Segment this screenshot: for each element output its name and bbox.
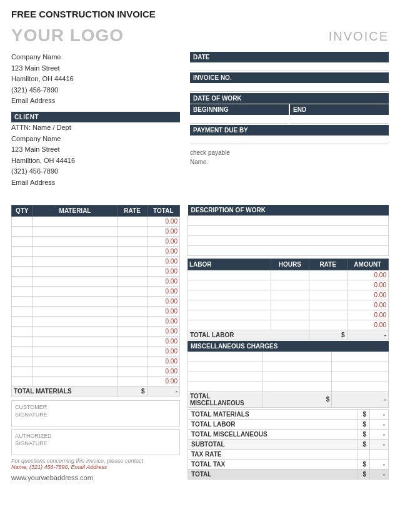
labor-amount[interactable]: 0.00 — [347, 290, 388, 300]
mat-rate[interactable] — [118, 376, 147, 386]
misc-amount[interactable] — [332, 362, 389, 372]
labor-hours[interactable] — [271, 300, 309, 310]
mat-material[interactable] — [32, 346, 118, 356]
mat-rate[interactable] — [118, 336, 147, 346]
table-row[interactable]: 0.00 — [188, 270, 389, 280]
mat-qty[interactable] — [12, 276, 32, 286]
end-value[interactable] — [290, 115, 389, 124]
mat-total[interactable]: 0.00 — [147, 326, 179, 336]
mat-material[interactable] — [32, 366, 118, 376]
desc-row[interactable] — [188, 225, 389, 235]
mat-rate[interactable] — [118, 346, 147, 356]
beginning-value[interactable] — [190, 115, 289, 124]
mat-qty[interactable] — [12, 306, 32, 316]
mat-material[interactable] — [32, 306, 118, 316]
desc-row[interactable] — [188, 245, 389, 255]
labor-rate[interactable] — [309, 310, 347, 320]
mat-total[interactable]: 0.00 — [147, 296, 179, 306]
mat-rate[interactable] — [118, 326, 147, 336]
misc-col2[interactable] — [263, 362, 332, 372]
mat-material[interactable] — [32, 356, 118, 366]
mat-qty[interactable] — [12, 226, 32, 236]
misc-desc[interactable] — [188, 352, 263, 362]
mat-rate[interactable] — [118, 266, 147, 276]
mat-qty[interactable] — [12, 296, 32, 306]
mat-rate[interactable] — [118, 216, 147, 226]
misc-amount[interactable] — [332, 372, 389, 382]
table-row[interactable] — [188, 352, 389, 362]
mat-qty[interactable] — [12, 216, 32, 226]
table-row[interactable] — [188, 382, 389, 392]
table-row[interactable]: 0.00 — [12, 296, 180, 306]
labor-amount[interactable]: 0.00 — [347, 320, 388, 330]
mat-material[interactable] — [32, 266, 118, 276]
mat-qty[interactable] — [12, 256, 32, 266]
payment-due-value[interactable] — [190, 135, 389, 144]
labor-rate[interactable] — [309, 320, 347, 330]
labor-rate[interactable] — [309, 270, 347, 280]
mat-material[interactable] — [32, 236, 118, 246]
table-row[interactable] — [188, 225, 389, 235]
mat-rate[interactable] — [118, 366, 147, 376]
mat-material[interactable] — [32, 256, 118, 266]
table-row[interactable]: 0.00 — [12, 216, 180, 226]
misc-col2[interactable] — [263, 372, 332, 382]
table-row[interactable]: 0.00 — [188, 310, 389, 320]
mat-rate[interactable] — [118, 226, 147, 236]
mat-qty[interactable] — [12, 286, 32, 296]
mat-qty[interactable] — [12, 326, 32, 336]
mat-material[interactable] — [32, 246, 118, 256]
mat-material[interactable] — [32, 296, 118, 306]
mat-qty[interactable] — [12, 366, 32, 376]
mat-total[interactable]: 0.00 — [147, 346, 179, 356]
labor-name[interactable] — [188, 310, 271, 320]
table-row[interactable]: 0.00 — [188, 320, 389, 330]
mat-rate[interactable] — [118, 246, 147, 256]
labor-hours[interactable] — [271, 280, 309, 290]
table-row[interactable]: 0.00 — [12, 336, 180, 346]
labor-name[interactable] — [188, 280, 271, 290]
labor-name[interactable] — [188, 320, 271, 330]
mat-total[interactable]: 0.00 — [147, 336, 179, 346]
table-row[interactable]: 0.00 — [188, 290, 389, 300]
mat-material[interactable] — [32, 336, 118, 346]
mat-material[interactable] — [32, 316, 118, 326]
labor-name[interactable] — [188, 270, 271, 280]
labor-amount[interactable]: 0.00 — [347, 270, 388, 280]
mat-total[interactable]: 0.00 — [147, 256, 179, 266]
misc-col2[interactable] — [263, 382, 332, 392]
mat-rate[interactable] — [118, 296, 147, 306]
table-row[interactable]: 0.00 — [12, 376, 180, 386]
table-row[interactable]: 0.00 — [12, 276, 180, 286]
mat-rate[interactable] — [118, 286, 147, 296]
labor-amount[interactable]: 0.00 — [347, 310, 388, 320]
mat-material[interactable] — [32, 276, 118, 286]
mat-rate[interactable] — [118, 356, 147, 366]
mat-qty[interactable] — [12, 346, 32, 356]
misc-amount[interactable] — [332, 382, 389, 392]
mat-material[interactable] — [32, 286, 118, 296]
mat-qty[interactable] — [12, 376, 32, 386]
table-row[interactable]: 0.00 — [12, 306, 180, 316]
table-row[interactable]: 0.00 — [12, 266, 180, 276]
mat-total[interactable]: 0.00 — [147, 306, 179, 316]
table-row[interactable]: 0.00 — [12, 356, 180, 366]
mat-rate[interactable] — [118, 316, 147, 326]
table-row[interactable]: 0.00 — [12, 236, 180, 246]
misc-desc[interactable] — [188, 362, 263, 372]
mat-total[interactable]: 0.00 — [147, 266, 179, 276]
mat-qty[interactable] — [12, 266, 32, 276]
mat-total[interactable]: 0.00 — [147, 376, 179, 386]
mat-total[interactable]: 0.00 — [147, 366, 179, 376]
misc-desc[interactable] — [188, 382, 263, 392]
mat-qty[interactable] — [12, 236, 32, 246]
labor-hours[interactable] — [271, 310, 309, 320]
table-row[interactable]: 0.00 — [12, 226, 180, 236]
labor-name[interactable] — [188, 290, 271, 300]
invoice-no-value[interactable] — [190, 83, 389, 92]
mat-total[interactable]: 0.00 — [147, 356, 179, 366]
table-row[interactable]: 0.00 — [12, 246, 180, 256]
mat-material[interactable] — [32, 376, 118, 386]
mat-material[interactable] — [32, 226, 118, 236]
mat-total[interactable]: 0.00 — [147, 216, 179, 226]
